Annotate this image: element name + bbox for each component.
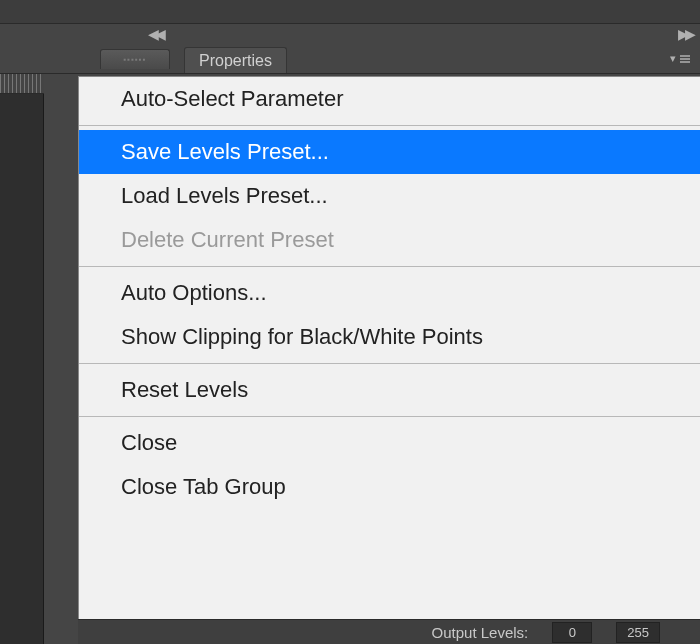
tab-label: Properties (199, 52, 272, 69)
menu-auto-select-parameter[interactable]: Auto-Select Parameter (79, 77, 700, 121)
menu-show-clipping[interactable]: Show Clipping for Black/White Points (79, 315, 700, 359)
output-levels-bar: Output Levels: 0 255 (78, 619, 700, 644)
dropdown-triangle-icon: ▾ (670, 52, 676, 65)
menu-separator (79, 266, 700, 267)
menu-reset-levels[interactable]: Reset Levels (79, 368, 700, 412)
tabs-row: ▪▪▪▪▪▪ Properties ▾ (0, 46, 700, 74)
output-level-white[interactable]: 255 (616, 622, 660, 643)
grip-icon: ▪▪▪▪▪▪ (123, 55, 146, 64)
collapse-right-icon[interactable]: ▶▶ (678, 26, 692, 42)
panel-collapse-bar: ◀◀ ▶▶ (0, 24, 700, 46)
menu-separator (79, 416, 700, 417)
menu-close-tab-group[interactable]: Close Tab Group (79, 465, 700, 509)
menu-load-levels-preset[interactable]: Load Levels Preset... (79, 174, 700, 218)
hamburger-icon (678, 54, 692, 64)
top-toolbar-area (0, 0, 700, 24)
menu-separator (79, 363, 700, 364)
menu-auto-options[interactable]: Auto Options... (79, 271, 700, 315)
panel-context-menu: Auto-Select Parameter Save Levels Preset… (78, 76, 700, 619)
left-dock-area (0, 94, 44, 644)
minimized-tab[interactable]: ▪▪▪▪▪▪ (100, 49, 170, 69)
panel-menu-button[interactable]: ▾ (670, 52, 692, 65)
output-levels-label: Output Levels: (432, 624, 529, 641)
menu-delete-current-preset: Delete Current Preset (79, 218, 700, 262)
menu-save-levels-preset[interactable]: Save Levels Preset... (79, 130, 700, 174)
output-level-black[interactable]: 0 (552, 622, 592, 643)
menu-close[interactable]: Close (79, 421, 700, 465)
collapse-left-icon[interactable]: ◀◀ (148, 26, 162, 42)
tab-properties[interactable]: Properties (184, 47, 287, 73)
timeline-ruler (0, 74, 44, 94)
menu-separator (79, 125, 700, 126)
